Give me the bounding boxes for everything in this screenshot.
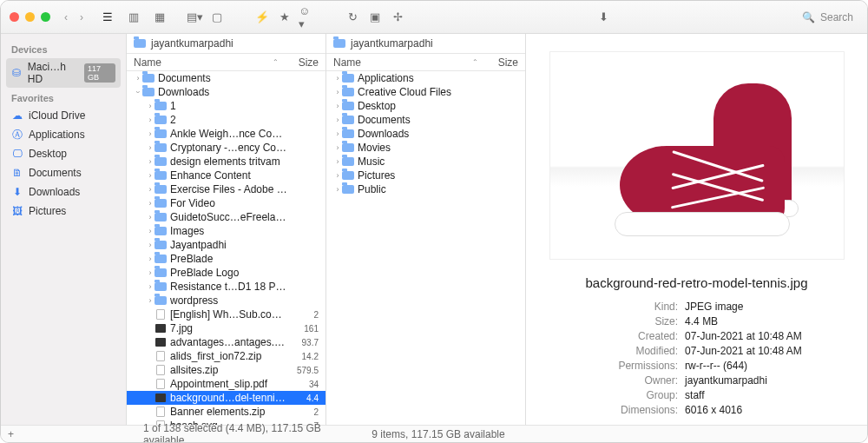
list-row[interactable]: ›Images xyxy=(127,224,326,238)
sidebar-item[interactable]: ☁iCloud Drive xyxy=(6,107,121,124)
meta-value: 6016 x 4016 xyxy=(685,404,802,416)
disclosure-chevron-icon[interactable]: › xyxy=(146,282,155,291)
disclosure-chevron-icon[interactable]: › xyxy=(333,102,342,110)
titlebar: ‹ › ☰ ▥ ▦ ▤▾ ▢ ⚡ ★ ☺▾ ↻ ▣ ✢ ⬇ 🔍 Search xyxy=(1,1,867,34)
disclosure-chevron-icon[interactable]: › xyxy=(333,116,342,124)
column-path[interactable]: jayantkumarpadhi xyxy=(127,34,326,54)
view-gallery-icon[interactable]: ▦ xyxy=(151,9,168,26)
disclosure-chevron-icon[interactable]: › xyxy=(333,157,342,166)
header-size[interactable]: Size xyxy=(284,56,319,69)
minimize-icon[interactable] xyxy=(25,12,35,22)
disclosure-chevron-icon[interactable]: › xyxy=(146,199,155,208)
sidebar-item[interactable]: ⛁Maci…h HD 117 GB xyxy=(6,58,121,88)
list-row[interactable]: ›GuidetoSucc…eFreelancing xyxy=(127,210,326,224)
list-row[interactable]: ›wordpress xyxy=(127,294,326,307)
list-row[interactable]: ›Ankle Weigh…nce Content xyxy=(127,127,326,141)
list-row[interactable]: Banner elements.zip2 xyxy=(127,405,326,419)
list-row[interactable]: ›1 xyxy=(127,99,326,113)
disclosure-chevron-icon[interactable]: › xyxy=(146,185,155,194)
sidebar-item[interactable]: 🖵Desktop xyxy=(6,145,121,162)
list-row[interactable]: [English] Wh…Sub.com].txt2 xyxy=(127,307,326,321)
list-row[interactable]: ›PreBlade Logo xyxy=(127,266,326,280)
list-row[interactable]: ›Exercise Files - Adobe XD xyxy=(127,182,326,196)
group-menu-icon[interactable]: ▤▾ xyxy=(186,9,203,26)
list-row[interactable]: ›Resistance t…D1 18 Pc Set xyxy=(127,280,326,294)
search-field[interactable]: 🔍 Search xyxy=(802,11,853,23)
meta-key: Created: xyxy=(591,330,678,342)
list-row[interactable]: Appointment_slip.pdf34 xyxy=(127,377,326,391)
sidebar-item[interactable]: ⒶApplications xyxy=(6,126,121,143)
disclosure-chevron-icon[interactable]: › xyxy=(134,88,142,96)
add-button[interactable]: + xyxy=(1,428,13,440)
action-icon[interactable]: ⚡ xyxy=(253,9,271,26)
disclosure-chevron-icon[interactable]: › xyxy=(146,116,155,124)
list-row[interactable]: ›Documents xyxy=(326,113,525,127)
disclosure-chevron-icon[interactable]: › xyxy=(146,268,155,277)
folder-icon xyxy=(342,101,354,111)
emoji-icon[interactable]: ☺▾ xyxy=(299,9,316,26)
new-doc-icon[interactable]: ▢ xyxy=(208,9,226,26)
zoom-icon[interactable] xyxy=(41,12,50,22)
share-icon[interactable]: ▣ xyxy=(366,9,384,26)
disclosure-chevron-icon[interactable]: › xyxy=(146,213,155,222)
list-row[interactable]: ›For Video xyxy=(127,196,326,210)
list-row[interactable]: ›Cryptonary -…ency Course xyxy=(127,141,326,155)
disclosure-chevron-icon[interactable]: › xyxy=(146,255,155,263)
list-row[interactable]: ›Jayantpadhi xyxy=(127,238,326,252)
disclosure-chevron-icon[interactable]: › xyxy=(146,171,155,180)
list-row[interactable]: alids_first_ion72.zip14.2 xyxy=(127,349,326,363)
row-label: wordpress xyxy=(170,294,287,307)
back-button[interactable]: ‹ xyxy=(64,11,68,23)
disclosure-chevron-icon[interactable]: › xyxy=(146,227,155,235)
disclosure-chevron-icon[interactable]: › xyxy=(146,157,155,166)
list-row[interactable]: ›Music xyxy=(326,155,525,169)
forward-button[interactable]: › xyxy=(80,11,83,23)
list-row[interactable]: ›Pictures xyxy=(326,169,525,182)
disclosure-chevron-icon[interactable]: › xyxy=(333,143,342,152)
disclosure-chevron-icon[interactable]: › xyxy=(333,88,342,96)
sidebar-item[interactable]: 🗎Documents xyxy=(6,164,121,182)
disclosure-chevron-icon[interactable]: › xyxy=(146,102,155,110)
disclosure-chevron-icon[interactable]: › xyxy=(146,129,155,138)
list-row[interactable]: ›Public xyxy=(326,182,525,196)
sidebar-item[interactable]: 🖼Pictures xyxy=(6,202,121,220)
disclosure-chevron-icon[interactable]: › xyxy=(146,241,155,249)
disclosure-chevron-icon[interactable]: › xyxy=(146,143,155,152)
list-row[interactable]: ›Applications xyxy=(326,71,525,85)
list-row[interactable]: ›2 xyxy=(127,113,326,127)
row-size: 2 xyxy=(287,310,319,320)
download-status-icon[interactable]: ⬇ xyxy=(595,9,613,26)
list-row[interactable]: ›Desktop xyxy=(326,99,525,113)
list-row[interactable]: ›Movies xyxy=(326,141,525,155)
list-row[interactable]: ›Downloads xyxy=(127,85,326,99)
disclosure-chevron-icon[interactable]: › xyxy=(333,171,342,180)
header-name[interactable]: Name xyxy=(333,56,469,69)
sidebar-item[interactable]: ⬇Downloads xyxy=(6,183,121,201)
view-columns-icon[interactable]: ▥ xyxy=(125,9,142,26)
disclosure-chevron-icon[interactable]: › xyxy=(333,74,342,83)
list-row[interactable]: ›Enhance Content xyxy=(127,169,326,182)
list-row[interactable]: advantages…antages.mp493.7 xyxy=(127,335,326,349)
disclosure-chevron-icon[interactable]: › xyxy=(146,296,155,305)
header-size[interactable]: Size xyxy=(483,56,518,69)
column-path[interactable]: jayantkumarpadhi xyxy=(326,34,525,54)
list-row[interactable]: 7.jpg161 xyxy=(127,321,326,335)
row-label: PreBlade Logo xyxy=(170,267,287,279)
disclosure-chevron-icon[interactable]: › xyxy=(134,74,142,83)
list-row[interactable]: ›Documents xyxy=(127,71,326,85)
list-row[interactable]: background…del-tennis.jpg4.4 xyxy=(127,391,326,405)
favorite-icon[interactable]: ★ xyxy=(276,9,293,26)
list-row[interactable]: allsites.zip579.5 xyxy=(127,363,326,377)
list-row[interactable]: ›PreBlade xyxy=(127,252,326,266)
list-row[interactable]: ›Creative Cloud Files xyxy=(326,85,525,99)
disclosure-chevron-icon[interactable]: › xyxy=(333,185,342,194)
sidebar-item-label: Documents xyxy=(29,167,82,179)
close-icon[interactable] xyxy=(10,12,19,22)
disclosure-chevron-icon[interactable]: › xyxy=(333,129,342,138)
list-row[interactable]: ›design elements tritvam xyxy=(127,155,326,169)
tag-icon[interactable]: ✢ xyxy=(389,9,406,26)
header-name[interactable]: Name xyxy=(134,56,269,69)
list-row[interactable]: ›Downloads xyxy=(326,127,525,141)
view-list-icon[interactable]: ☰ xyxy=(99,9,116,26)
sync-icon[interactable]: ↻ xyxy=(344,9,361,26)
